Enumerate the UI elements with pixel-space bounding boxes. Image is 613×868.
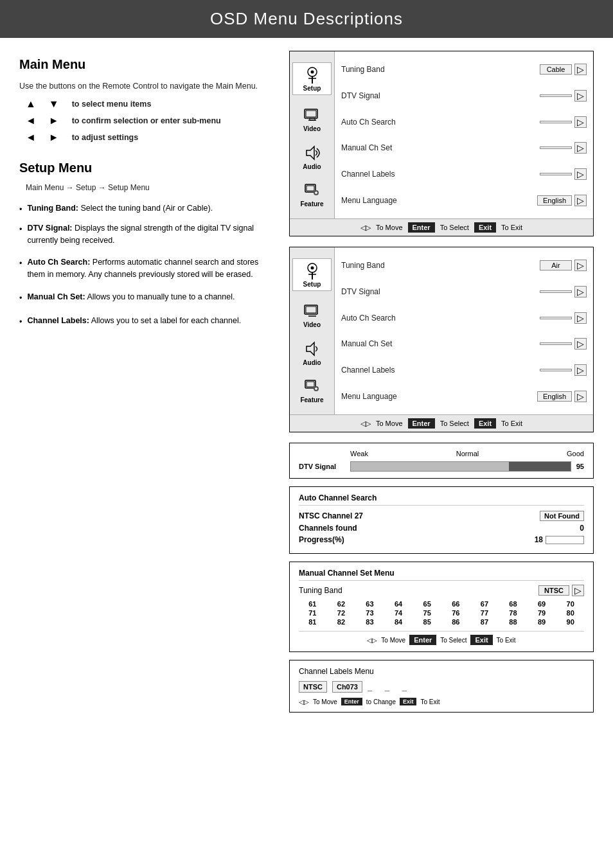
- bullet-dot-2: •: [19, 224, 22, 236]
- channel-cell: 78: [499, 609, 527, 617]
- ch-footer-move: To Move: [313, 698, 337, 705]
- osd-arrow-lang-2: ▷: [574, 391, 587, 402]
- osd-val-box-lang-1: English: [537, 195, 572, 206]
- bullet-dot-3: •: [19, 258, 22, 270]
- osd-val-box-auto-2: [540, 317, 572, 319]
- bullet-text-2: DTV Signal: Displays the signal strength…: [27, 222, 276, 247]
- osd-row-dtv-2: DTV Signal ▷: [341, 285, 587, 299]
- osd-arrow-dtv-2: ▷: [574, 286, 587, 297]
- osd-val-box-dtv-1: [540, 94, 572, 97]
- setup-icon-1: [303, 66, 321, 84]
- sidebar-setup-1: Setup: [292, 62, 332, 95]
- osd-arrow-tuning-1: ▷: [574, 64, 587, 75]
- osd-val-box-lang-2: English: [537, 391, 572, 402]
- osd-sidebar-2: Setup Video: [290, 247, 335, 414]
- arrow-ud-desc: to select menu items: [72, 98, 152, 111]
- auto-ch-progress-bar: [546, 536, 584, 544]
- main-menu-desc: Use the buttons on the Remote Control to…: [19, 80, 276, 93]
- footer-exit-desc-1: To Exit: [501, 224, 522, 231]
- osd-arrow-manual-2: ▷: [574, 338, 587, 350]
- channel-cell: 87: [471, 618, 499, 626]
- channel-cell: 62: [328, 600, 355, 608]
- good-label: Good: [567, 450, 584, 457]
- auto-ch-found-row: Channels found 0: [299, 524, 584, 533]
- osd-label-tuning-1: Tuning Band: [341, 65, 540, 74]
- osd-value-dtv-1: ▷: [540, 90, 587, 102]
- svg-point-3: [310, 70, 314, 73]
- osd-value-dtv-2: ▷: [540, 286, 587, 297]
- manual-footer-enter: Enter: [409, 635, 436, 645]
- signal-bar-dark: [509, 462, 571, 471]
- bullet-dtv-signal: • DTV Signal: Displays the signal streng…: [19, 222, 276, 247]
- channel-cell: 72: [328, 609, 355, 617]
- ch-ntsc-label: NTSC: [299, 681, 327, 693]
- channel-cell: 68: [499, 600, 527, 608]
- osd-row-tuning-2: Tuning Band Air ▷: [341, 258, 587, 272]
- osd-sidebar-1: Setup Video: [290, 51, 335, 218]
- channel-cell: 70: [556, 600, 584, 608]
- channel-cell: 66: [442, 600, 470, 608]
- footer-move-label-1: To Move: [376, 224, 403, 231]
- feature-icon-1: [303, 181, 321, 199]
- svg-rect-5: [306, 111, 316, 117]
- video-icon-1: [303, 106, 321, 124]
- setup-icon-2: [303, 261, 321, 279]
- channel-grid: 6162636465666768697071727374757677787980…: [299, 600, 584, 626]
- osd-arrow-dtv-1: ▷: [574, 90, 587, 102]
- main-menu-title: Main Menu: [19, 57, 276, 72]
- auto-ch-not-found: Not Found: [540, 511, 584, 521]
- bullet-tuning-band: • Tuning Band: Select the tuning band (A…: [19, 202, 276, 216]
- channel-cell: 80: [556, 609, 584, 617]
- svg-rect-18: [306, 306, 316, 313]
- channel-cell: 84: [385, 618, 413, 626]
- sidebar-video-label-2: Video: [303, 321, 321, 328]
- osd-menu-box-1: Setup Video: [289, 51, 594, 236]
- auto-ch-progress-label: Progress(%): [299, 535, 344, 544]
- manual-tuning-label: Tuning Band: [299, 586, 342, 595]
- audio-icon-1: [303, 144, 321, 162]
- channel-cell: 63: [356, 600, 384, 608]
- bullet-ch-labels: • Channel Labels: Allows you to set a la…: [19, 315, 276, 328]
- bullet-text-5: Channel Labels: Allows you to set a labe…: [27, 315, 241, 327]
- auto-ch-title: Auto Channel Search: [299, 493, 584, 506]
- ch-labels-footer: ◁▷ To Move Enter to Change Exit To Exit: [299, 698, 584, 705]
- sidebar-feature-label-2: Feature: [300, 396, 323, 403]
- osd-arrow-tuning-2: ▷: [574, 260, 587, 271]
- sidebar-audio-label-2: Audio: [303, 359, 321, 366]
- osd-value-lang-2: English ▷: [537, 391, 587, 402]
- osd-row-manual-1: Manual Ch Set ▷: [341, 141, 587, 155]
- ch-footer-exit: Exit: [400, 698, 417, 705]
- osd-arrow-auto-2: ▷: [574, 312, 587, 324]
- osd-value-manual-2: ▷: [540, 338, 587, 350]
- auto-ch-progress-value: 18: [535, 535, 543, 544]
- footer-enter-btn-1: Enter: [408, 222, 435, 233]
- arrow-lr-desc: to confirm selection or enter sub-menu: [72, 114, 221, 127]
- arrow-left-right-row: ◄ ► to confirm selection or enter sub-me…: [26, 114, 276, 127]
- feature-icon-2: [303, 377, 321, 395]
- osd-val-box-manual-1: [540, 146, 572, 149]
- osd-label-dtv-1: DTV Signal: [341, 91, 540, 100]
- auto-ch-progress-row: Progress(%) 18: [299, 535, 584, 544]
- footer-move-arrows-1: ◁▷: [360, 224, 371, 232]
- osd-rows-1: Tuning Band Cable ▷ DTV Signal ▷: [335, 51, 593, 218]
- channel-cell: 88: [499, 618, 527, 626]
- arrow-left-icon: ◄: [26, 115, 36, 127]
- manual-tuning-row: Tuning Band NTSC ▷: [299, 585, 584, 596]
- dtv-signal-label: DTV Signal: [299, 463, 350, 470]
- osd-val-box-chlabels-2: [540, 369, 572, 371]
- channel-cell: 81: [299, 618, 326, 626]
- bullet-text-1: Tuning Band: Select the tuning band (Air…: [27, 202, 213, 215]
- arrow-down-icon: ▼: [49, 98, 59, 110]
- osd-row-manual-2: Manual Ch Set ▷: [341, 337, 587, 351]
- osd-footer-2: ◁▷ To Move Enter To Select Exit To Exit: [290, 414, 593, 432]
- video-icon-2: [303, 302, 321, 320]
- svg-point-16: [310, 266, 314, 269]
- arrow-left2-icon: ◄: [26, 132, 36, 143]
- auto-ch-ntsc-row: NTSC Channel 27 Not Found: [299, 511, 584, 521]
- footer-select-label-1: To Select: [440, 224, 469, 231]
- footer-exit-btn-2: Exit: [474, 418, 496, 429]
- osd-val-box-tuning-1: Cable: [540, 64, 572, 75]
- osd-value-auto-2: ▷: [540, 312, 587, 324]
- arrow-right2-icon: ►: [49, 132, 59, 143]
- manual-footer-exit-desc: To Exit: [497, 637, 516, 644]
